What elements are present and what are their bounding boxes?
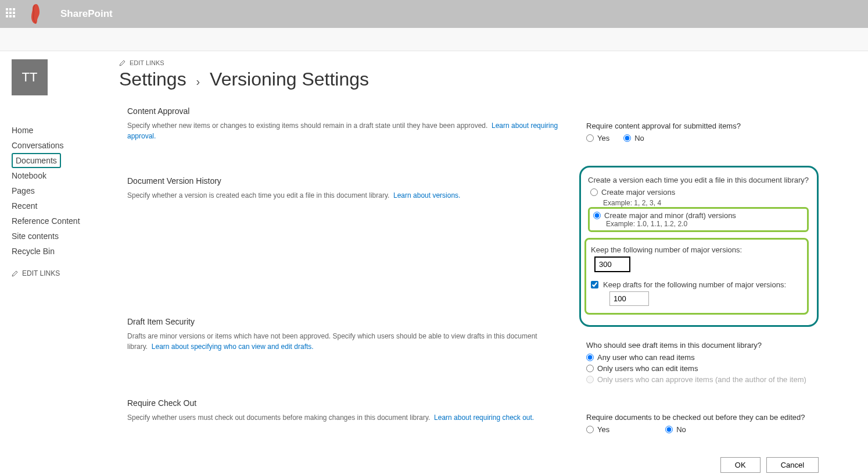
section-desc: Specify whether new items or changes to … <box>127 120 569 141</box>
highlight-version-history: Create a version each time you edit a fi… <box>579 166 819 327</box>
example-minor: Example: 1.0, 1.1, 1.2, 2.0 <box>606 220 804 228</box>
footer-buttons: OK Cancel <box>586 457 819 473</box>
section-draft-security: Draft Item Security Drafts are minor ver… <box>127 317 569 352</box>
section-checkout: Require Check Out Specify whether users … <box>127 398 569 423</box>
highlight-keep-versions: Keep the following number of major versi… <box>584 238 809 315</box>
suite-title: SharePoint <box>60 8 113 20</box>
control-approval: Require content approval for submitted i… <box>586 122 819 142</box>
section-version-history: Document Version History Specify whether… <box>127 176 569 201</box>
nav-conversations[interactable]: Conversations <box>12 138 119 153</box>
nav-home[interactable]: Home <box>12 123 119 138</box>
breadcrumb-parent[interactable]: Settings <box>119 69 186 90</box>
link-drafts[interactable]: Learn about specifying who can view and … <box>152 343 314 351</box>
label-keep-drafts: Keep drafts for the following number of … <box>603 280 786 289</box>
highlight-minor-versions: Create major and minor (draft) versions … <box>588 207 809 232</box>
page-title: Settings › Versioning Settings <box>119 69 845 90</box>
radio-checkout-yes[interactable]: Yes <box>586 425 609 434</box>
breadcrumb-current: Versioning Settings <box>210 69 369 90</box>
control-checkout: Require documents to be checked out befo… <box>586 413 819 434</box>
control-draft-security: Who should see draft items in this docum… <box>586 341 819 384</box>
section-title: Draft Item Security <box>127 317 569 326</box>
nav-reference-content[interactable]: Reference Content <box>12 213 119 229</box>
nav-recycle-bin[interactable]: Recycle Bin <box>12 244 119 259</box>
pencil-icon <box>12 270 19 277</box>
edit-links-side-label: EDIT LINKS <box>22 269 60 277</box>
input-keep-drafts[interactable] <box>609 291 649 306</box>
section-title: Document Version History <box>127 176 569 186</box>
cancel-button[interactable]: Cancel <box>766 457 819 473</box>
section-desc: Specify whether users must check out doc… <box>127 412 569 423</box>
section-content-approval: Content Approval Specify whether new ite… <box>127 106 569 141</box>
edit-links-top[interactable]: EDIT LINKS <box>119 59 845 66</box>
question-approval: Require content approval for submitted i… <box>586 122 819 130</box>
section-desc: Specify whether a version is created eac… <box>127 190 569 201</box>
link-checkout[interactable]: Learn about requiring check out. <box>434 414 534 422</box>
radio-draft-edit[interactable]: Only users who can edit items <box>586 364 819 373</box>
nav-notebook[interactable]: Notebook <box>12 168 119 183</box>
question-history: Create a version each time you edit a fi… <box>588 176 809 184</box>
radio-major-versions[interactable]: Create major versions <box>590 188 809 197</box>
ok-button[interactable]: OK <box>720 457 761 473</box>
nav-site-contents[interactable]: Site contents <box>12 229 119 244</box>
input-keep-major[interactable] <box>594 256 630 272</box>
nav-documents[interactable]: Documents <box>12 153 61 168</box>
example-major: Example: 1, 2, 3, 4 <box>603 199 809 207</box>
radio-draft-any[interactable]: Any user who can read items <box>586 353 819 362</box>
suite-bar: SharePoint <box>0 0 868 28</box>
site-logo-icon[interactable] <box>28 3 44 25</box>
edit-links-label: EDIT LINKS <box>130 59 164 66</box>
pencil-icon <box>119 59 126 66</box>
radio-approval-yes[interactable]: Yes <box>586 134 609 142</box>
question-checkout: Require documents to be checked out befo… <box>586 413 819 422</box>
checkbox-keep-drafts[interactable] <box>591 281 598 288</box>
edit-links-side[interactable]: EDIT LINKS <box>12 269 119 277</box>
nav-recent[interactable]: Recent <box>12 198 119 213</box>
radio-draft-approve[interactable]: Only users who can approve items (and th… <box>586 375 819 384</box>
section-title: Require Check Out <box>127 398 569 408</box>
app-launcher-icon[interactable] <box>6 8 17 20</box>
breadcrumb-separator-icon: › <box>196 75 200 88</box>
link-versions[interactable]: Learn about versions. <box>393 191 460 199</box>
left-nav: Home Conversations Documents Notebook Pa… <box>12 123 119 277</box>
section-title: Content Approval <box>127 106 569 116</box>
question-draft: Who should see draft items in this docum… <box>586 341 819 350</box>
radio-approval-no[interactable]: No <box>623 134 644 142</box>
radio-minor-versions[interactable]: Create major and minor (draft) versions <box>593 211 804 220</box>
section-desc: Drafts are minor versions or items which… <box>127 331 569 352</box>
label-keep-major: Keep the following number of major versi… <box>591 245 801 254</box>
ribbon-bar <box>0 28 868 51</box>
site-tile[interactable]: TT <box>12 59 48 95</box>
radio-checkout-no[interactable]: No <box>665 425 686 434</box>
nav-pages[interactable]: Pages <box>12 183 119 198</box>
